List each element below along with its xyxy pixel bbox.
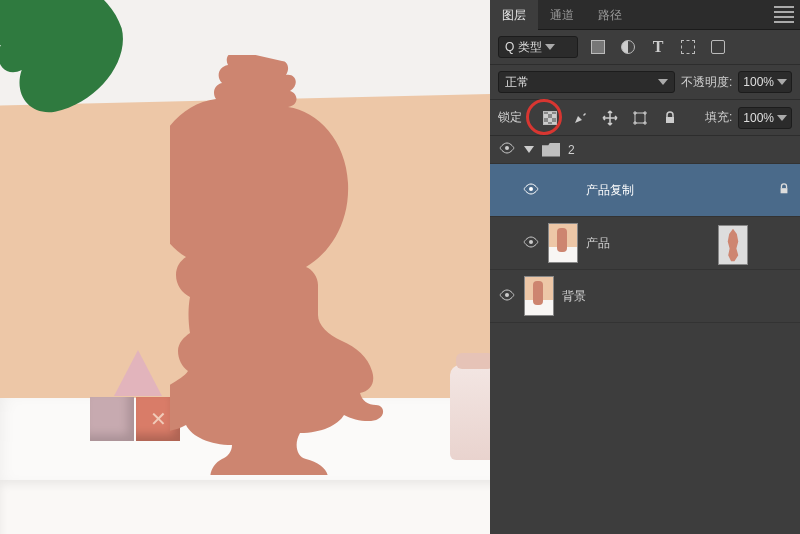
- svg-point-3: [529, 187, 533, 191]
- filter-shape-icon[interactable]: [678, 37, 698, 57]
- svg-point-2: [505, 146, 509, 150]
- lock-artboard-icon[interactable]: [630, 108, 650, 128]
- lock-transparent-icon[interactable]: [540, 108, 560, 128]
- tab-layers[interactable]: 图层: [490, 0, 538, 30]
- layer-thumbnail[interactable]: [718, 225, 748, 265]
- fill-value: 100%: [743, 111, 774, 125]
- svg-rect-0: [635, 113, 645, 123]
- visibility-toggle[interactable]: [498, 289, 516, 304]
- filter-mode: 类型: [518, 39, 542, 56]
- fill-label: 填充:: [705, 109, 732, 126]
- opacity-label: 不透明度:: [681, 74, 732, 91]
- layer-thumbnail[interactable]: [548, 223, 578, 263]
- opacity-value: 100%: [743, 75, 774, 89]
- table-front: [0, 480, 490, 534]
- svg-rect-4: [781, 188, 788, 193]
- chevron-down-icon[interactable]: [524, 146, 534, 153]
- layer-group[interactable]: 2: [490, 136, 800, 164]
- doll-silhouette: [170, 55, 390, 475]
- svg-point-6: [505, 293, 509, 297]
- folder-icon: [542, 143, 560, 157]
- layers-panel: 图层 通道 路径 Q 类型 T 正常 不透明度: 100% 锁定：: [490, 0, 800, 534]
- layer-name[interactable]: 产品复制: [586, 182, 770, 199]
- filter-type-icon[interactable]: T: [648, 37, 668, 57]
- monstera-leaf: [0, 0, 140, 120]
- layer-item[interactable]: 背景: [490, 270, 800, 323]
- blend-row: 正常 不透明度: 100%: [490, 65, 800, 100]
- layer-item[interactable]: 产品: [490, 217, 800, 270]
- chevron-down-icon: [658, 79, 668, 85]
- layer-list: 2 产品复制 产品 背景: [490, 136, 800, 534]
- group-name[interactable]: 2: [568, 143, 792, 157]
- layer-item[interactable]: 产品复制: [490, 164, 800, 217]
- chevron-down-icon: [777, 115, 787, 121]
- lock-all-icon[interactable]: [660, 108, 680, 128]
- filter-pixel-icon[interactable]: [588, 37, 608, 57]
- lock-row: 锁定： 填充: 100%: [490, 100, 800, 136]
- lock-label: 锁定：: [498, 109, 534, 126]
- panel-menu-icon[interactable]: [774, 6, 794, 23]
- layer-name[interactable]: 产品: [586, 235, 792, 252]
- blend-mode-value: 正常: [505, 74, 529, 91]
- filter-smart-icon[interactable]: [708, 37, 728, 57]
- svg-point-5: [529, 240, 533, 244]
- tab-channels[interactable]: 通道: [538, 0, 586, 30]
- tab-paths[interactable]: 路径: [586, 0, 634, 30]
- filter-adjust-icon[interactable]: [618, 37, 638, 57]
- canvas-area: ✕: [0, 0, 490, 534]
- jar-object: [450, 365, 490, 460]
- chevron-down-icon: [545, 44, 555, 50]
- panel-tabs: 图层 通道 路径: [490, 0, 800, 30]
- opacity-field[interactable]: 100%: [738, 71, 792, 93]
- blend-mode-dropdown[interactable]: 正常: [498, 71, 675, 93]
- filter-type-dropdown[interactable]: Q 类型: [498, 36, 578, 58]
- layer-thumbnail[interactable]: [524, 276, 554, 316]
- chevron-down-icon: [777, 79, 787, 85]
- lock-position-icon[interactable]: [600, 108, 620, 128]
- svg-rect-1: [666, 117, 674, 123]
- filter-prefix: Q: [505, 40, 514, 54]
- lock-icon[interactable]: [778, 183, 792, 198]
- visibility-toggle[interactable]: [522, 236, 540, 251]
- filter-row: Q 类型 T: [490, 30, 800, 65]
- visibility-toggle[interactable]: [498, 142, 516, 157]
- lock-paint-icon[interactable]: [570, 108, 590, 128]
- layer-name[interactable]: 背景: [562, 288, 792, 305]
- visibility-toggle[interactable]: [522, 183, 540, 198]
- fill-field[interactable]: 100%: [738, 107, 792, 129]
